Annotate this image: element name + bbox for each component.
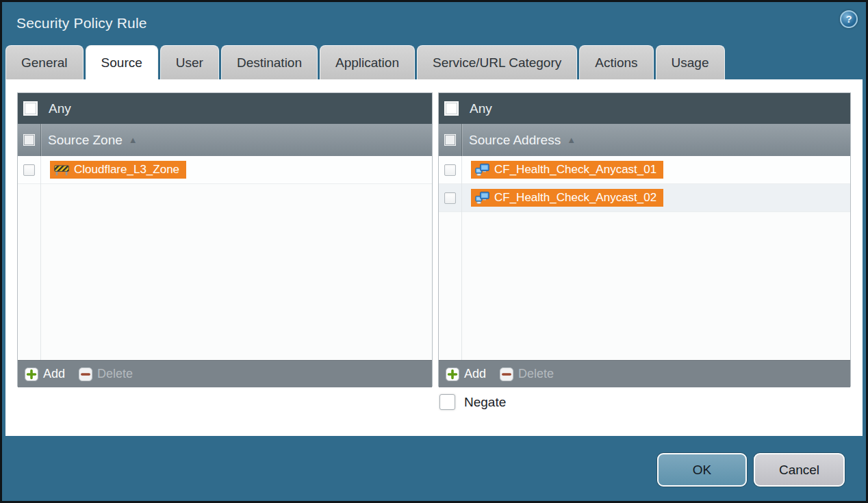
zone-icon	[54, 164, 69, 176]
zone-chip[interactable]: Cloudflare_L3_Zone	[50, 161, 186, 179]
zone-row[interactable]: Cloudflare_L3_Zone	[18, 156, 432, 184]
tab-actions[interactable]: Actions	[579, 45, 653, 79]
tab-content-source: Any Source Zone ▲	[5, 79, 863, 436]
add-button-label: Add	[464, 367, 486, 381]
zone-row-label: Cloudflare_L3_Zone	[74, 163, 179, 177]
cancel-button[interactable]: Cancel	[754, 453, 845, 487]
tab-user[interactable]: User	[160, 45, 219, 79]
tab-source[interactable]: Source	[86, 45, 158, 79]
source-address-panel: Any Source Address ▲	[438, 92, 851, 387]
dialog-title: Security Policy Rule	[16, 2, 147, 44]
address-row[interactable]: CF_Health_Check_Anycast_02	[439, 184, 850, 212]
address-chip[interactable]: CF_Health_Check_Anycast_01	[471, 161, 663, 179]
source-zone-any-bar: Any	[18, 93, 432, 124]
address-row-checkbox[interactable]	[444, 192, 456, 204]
source-zone-column-header[interactable]: Source Zone ▲	[18, 124, 432, 156]
negate-checkbox[interactable]	[439, 394, 455, 410]
source-address-toolbar: Add Delete	[439, 360, 850, 387]
ok-button[interactable]: OK	[657, 453, 747, 487]
address-icon	[475, 164, 489, 176]
source-address-delete-button[interactable]: Delete	[500, 367, 554, 381]
source-zone-select-all-checkbox[interactable]	[23, 134, 35, 146]
address-chip[interactable]: CF_Health_Check_Anycast_02	[471, 189, 663, 207]
source-zone-list: Cloudflare_L3_Zone	[18, 156, 432, 360]
source-zone-delete-button[interactable]: Delete	[79, 367, 133, 381]
address-row-label: CF_Health_Check_Anycast_01	[494, 163, 656, 177]
address-row-checkbox[interactable]	[444, 164, 456, 176]
delete-button-label: Delete	[518, 367, 554, 381]
source-zone-add-button[interactable]: Add	[25, 367, 65, 381]
source-address-add-button[interactable]: Add	[446, 367, 486, 381]
address-row-label: CF_Health_Check_Anycast_02	[494, 191, 656, 205]
delete-icon	[79, 367, 92, 381]
source-address-select-all-checkbox[interactable]	[444, 134, 456, 146]
tab-service-url-category[interactable]: Service/URL Category	[417, 45, 577, 79]
delete-button-label: Delete	[97, 367, 133, 381]
help-icon[interactable]: ?	[840, 10, 858, 28]
negate-label: Negate	[464, 395, 506, 410]
source-address-list: CF_Health_Check_Anycast_01	[439, 156, 850, 360]
tab-usage[interactable]: Usage	[656, 45, 725, 79]
negate-row: Negate	[439, 394, 506, 410]
delete-icon	[500, 367, 513, 381]
sort-ascending-icon: ▲	[129, 135, 138, 145]
source-zone-any-label: Any	[49, 101, 71, 116]
tab-application[interactable]: Application	[320, 45, 415, 79]
source-address-any-bar: Any	[439, 93, 850, 124]
security-policy-rule-dialog: Security Policy Rule ? General Source Us…	[0, 0, 868, 503]
zone-row-checkbox[interactable]	[23, 164, 35, 176]
source-address-column-label: Source Address	[469, 133, 561, 148]
address-row[interactable]: CF_Health_Check_Anycast_01	[439, 156, 850, 184]
add-icon	[25, 367, 38, 381]
source-zone-toolbar: Add Delete	[18, 360, 432, 387]
tab-bar: General Source User Destination Applicat…	[5, 45, 725, 79]
address-icon	[475, 192, 489, 204]
source-zone-any-checkbox[interactable]	[23, 101, 38, 116]
source-address-any-label: Any	[470, 101, 492, 116]
source-address-any-checkbox[interactable]	[444, 101, 459, 116]
source-zone-column-label: Source Zone	[48, 133, 123, 148]
add-icon	[446, 367, 459, 381]
tab-general[interactable]: General	[5, 45, 84, 79]
sort-ascending-icon: ▲	[567, 135, 576, 145]
source-zone-panel: Any Source Zone ▲	[17, 92, 433, 387]
add-button-label: Add	[43, 367, 65, 381]
source-address-column-header[interactable]: Source Address ▲	[439, 124, 850, 156]
tab-destination[interactable]: Destination	[221, 45, 318, 79]
